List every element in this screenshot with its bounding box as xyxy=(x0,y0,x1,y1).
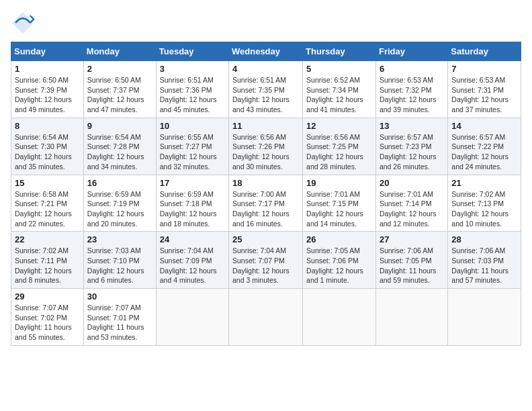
calendar-header-friday: Friday xyxy=(375,42,447,61)
page-header xyxy=(11,11,521,35)
day-number: 6 xyxy=(380,64,444,74)
day-info: Sunrise: 7:02 AMSunset: 7:13 PMDaylight:… xyxy=(451,189,517,229)
calendar-cell: 22 Sunrise: 7:02 AMSunset: 7:11 PMDaylig… xyxy=(11,232,84,289)
day-info: Sunrise: 7:02 AMSunset: 7:11 PMDaylight:… xyxy=(15,246,80,285)
day-number: 5 xyxy=(306,64,372,74)
day-number: 9 xyxy=(87,121,152,131)
calendar-week-row-2: 8 Sunrise: 6:54 AMSunset: 7:30 PMDayligh… xyxy=(11,118,521,175)
day-number: 8 xyxy=(15,121,80,131)
calendar-cell: 30 Sunrise: 7:07 AMSunset: 7:01 PMDaylig… xyxy=(83,289,156,346)
calendar-week-row-1: 1 Sunrise: 6:50 AMSunset: 7:39 PMDayligh… xyxy=(11,61,521,118)
calendar-cell: 7 Sunrise: 6:53 AMSunset: 7:31 PMDayligh… xyxy=(448,61,521,118)
day-info: Sunrise: 6:59 AMSunset: 7:18 PMDaylight:… xyxy=(160,189,225,229)
day-info: Sunrise: 6:56 AMSunset: 7:25 PMDaylight:… xyxy=(306,132,372,172)
day-info: Sunrise: 7:05 AMSunset: 7:06 PMDaylight:… xyxy=(306,246,372,285)
calendar-header-wednesday: Wednesday xyxy=(229,42,303,61)
day-info: Sunrise: 6:53 AMSunset: 7:31 PMDaylight:… xyxy=(451,75,517,115)
day-number: 17 xyxy=(160,178,225,188)
calendar-cell: 28 Sunrise: 7:06 AMSunset: 7:03 PMDaylig… xyxy=(448,232,521,289)
day-number: 21 xyxy=(451,178,517,188)
calendar-cell: 20 Sunrise: 7:01 AMSunset: 7:14 PMDaylig… xyxy=(375,175,447,232)
calendar-table: SundayMondayTuesdayWednesdayThursdayFrid… xyxy=(11,42,521,346)
calendar-week-row-4: 22 Sunrise: 7:02 AMSunset: 7:11 PMDaylig… xyxy=(11,232,521,289)
day-info: Sunrise: 7:01 AMSunset: 7:14 PMDaylight:… xyxy=(380,189,444,229)
calendar-cell: 13 Sunrise: 6:57 AMSunset: 7:23 PMDaylig… xyxy=(375,118,447,175)
day-number: 15 xyxy=(15,178,80,188)
calendar-header-row: SundayMondayTuesdayWednesdayThursdayFrid… xyxy=(11,42,521,61)
calendar-cell: 1 Sunrise: 6:50 AMSunset: 7:39 PMDayligh… xyxy=(11,61,84,118)
calendar-cell: 2 Sunrise: 6:50 AMSunset: 7:37 PMDayligh… xyxy=(83,61,156,118)
day-number: 1 xyxy=(15,64,80,74)
calendar-cell: 10 Sunrise: 6:55 AMSunset: 7:27 PMDaylig… xyxy=(156,118,228,175)
day-number: 19 xyxy=(306,178,372,188)
day-number: 2 xyxy=(87,64,152,74)
day-info: Sunrise: 7:06 AMSunset: 7:05 PMDaylight:… xyxy=(380,246,444,285)
day-info: Sunrise: 6:53 AMSunset: 7:32 PMDaylight:… xyxy=(380,75,444,115)
day-info: Sunrise: 7:03 AMSunset: 7:10 PMDaylight:… xyxy=(87,246,152,285)
day-number: 16 xyxy=(87,178,152,188)
day-number: 25 xyxy=(232,234,299,244)
calendar-cell xyxy=(303,289,376,346)
day-info: Sunrise: 7:00 AMSunset: 7:17 PMDaylight:… xyxy=(232,189,299,229)
day-number: 13 xyxy=(380,121,444,131)
day-number: 22 xyxy=(15,234,80,244)
day-info: Sunrise: 7:06 AMSunset: 7:03 PMDaylight:… xyxy=(451,246,517,285)
calendar-cell xyxy=(375,289,447,346)
day-info: Sunrise: 6:58 AMSunset: 7:21 PMDaylight:… xyxy=(15,189,80,229)
day-info: Sunrise: 6:57 AMSunset: 7:23 PMDaylight:… xyxy=(380,132,444,172)
calendar-cell xyxy=(229,289,303,346)
calendar-header-saturday: Saturday xyxy=(448,42,521,61)
calendar-cell xyxy=(156,289,228,346)
day-number: 4 xyxy=(232,64,299,74)
day-info: Sunrise: 7:07 AMSunset: 7:01 PMDaylight:… xyxy=(87,303,152,342)
calendar-cell: 26 Sunrise: 7:05 AMSunset: 7:06 PMDaylig… xyxy=(303,232,376,289)
day-number: 14 xyxy=(451,121,517,131)
calendar-cell: 4 Sunrise: 6:51 AMSunset: 7:35 PMDayligh… xyxy=(229,61,303,118)
calendar-cell: 14 Sunrise: 6:57 AMSunset: 7:22 PMDaylig… xyxy=(448,118,521,175)
calendar-header-tuesday: Tuesday xyxy=(156,42,228,61)
day-info: Sunrise: 7:04 AMSunset: 7:09 PMDaylight:… xyxy=(160,246,225,285)
calendar-header-thursday: Thursday xyxy=(303,42,376,61)
day-info: Sunrise: 7:01 AMSunset: 7:15 PMDaylight:… xyxy=(306,189,372,229)
day-info: Sunrise: 6:54 AMSunset: 7:28 PMDaylight:… xyxy=(87,132,152,172)
day-info: Sunrise: 6:50 AMSunset: 7:37 PMDaylight:… xyxy=(87,75,152,115)
calendar-cell: 17 Sunrise: 6:59 AMSunset: 7:18 PMDaylig… xyxy=(156,175,228,232)
calendar-header-sunday: Sunday xyxy=(11,42,84,61)
calendar-cell: 19 Sunrise: 7:01 AMSunset: 7:15 PMDaylig… xyxy=(303,175,376,232)
calendar-cell: 8 Sunrise: 6:54 AMSunset: 7:30 PMDayligh… xyxy=(11,118,84,175)
day-info: Sunrise: 6:50 AMSunset: 7:39 PMDaylight:… xyxy=(15,75,80,115)
day-info: Sunrise: 6:57 AMSunset: 7:22 PMDaylight:… xyxy=(451,132,517,172)
calendar-cell: 27 Sunrise: 7:06 AMSunset: 7:05 PMDaylig… xyxy=(375,232,447,289)
day-info: Sunrise: 6:55 AMSunset: 7:27 PMDaylight:… xyxy=(160,132,225,172)
day-number: 11 xyxy=(232,121,299,131)
calendar-cell: 5 Sunrise: 6:52 AMSunset: 7:34 PMDayligh… xyxy=(303,61,376,118)
calendar-cell: 6 Sunrise: 6:53 AMSunset: 7:32 PMDayligh… xyxy=(375,61,447,118)
calendar-week-row-5: 29 Sunrise: 7:07 AMSunset: 7:02 PMDaylig… xyxy=(11,289,521,346)
calendar-cell: 29 Sunrise: 7:07 AMSunset: 7:02 PMDaylig… xyxy=(11,289,84,346)
calendar-week-row-3: 15 Sunrise: 6:58 AMSunset: 7:21 PMDaylig… xyxy=(11,175,521,232)
day-number: 23 xyxy=(87,234,152,244)
day-info: Sunrise: 6:56 AMSunset: 7:26 PMDaylight:… xyxy=(232,132,299,172)
calendar-cell: 21 Sunrise: 7:02 AMSunset: 7:13 PMDaylig… xyxy=(448,175,521,232)
day-number: 3 xyxy=(160,64,225,74)
calendar-cell: 12 Sunrise: 6:56 AMSunset: 7:25 PMDaylig… xyxy=(303,118,376,175)
calendar-cell: 25 Sunrise: 7:04 AMSunset: 7:07 PMDaylig… xyxy=(229,232,303,289)
day-info: Sunrise: 6:51 AMSunset: 7:35 PMDaylight:… xyxy=(232,75,299,115)
day-number: 24 xyxy=(160,234,225,244)
day-number: 30 xyxy=(87,291,152,302)
day-number: 27 xyxy=(380,234,444,244)
day-number: 20 xyxy=(380,178,444,188)
calendar-cell: 23 Sunrise: 7:03 AMSunset: 7:10 PMDaylig… xyxy=(83,232,156,289)
calendar-cell: 16 Sunrise: 6:59 AMSunset: 7:19 PMDaylig… xyxy=(83,175,156,232)
day-number: 10 xyxy=(160,121,225,131)
day-info: Sunrise: 6:51 AMSunset: 7:36 PMDaylight:… xyxy=(160,75,225,115)
calendar-cell: 15 Sunrise: 6:58 AMSunset: 7:21 PMDaylig… xyxy=(11,175,84,232)
day-number: 26 xyxy=(306,234,372,244)
calendar-cell: 18 Sunrise: 7:00 AMSunset: 7:17 PMDaylig… xyxy=(229,175,303,232)
calendar-cell: 9 Sunrise: 6:54 AMSunset: 7:28 PMDayligh… xyxy=(83,118,156,175)
day-info: Sunrise: 6:52 AMSunset: 7:34 PMDaylight:… xyxy=(306,75,372,115)
day-number: 28 xyxy=(451,234,517,244)
day-info: Sunrise: 7:07 AMSunset: 7:02 PMDaylight:… xyxy=(15,303,80,342)
day-number: 18 xyxy=(232,178,299,188)
day-number: 12 xyxy=(306,121,372,131)
